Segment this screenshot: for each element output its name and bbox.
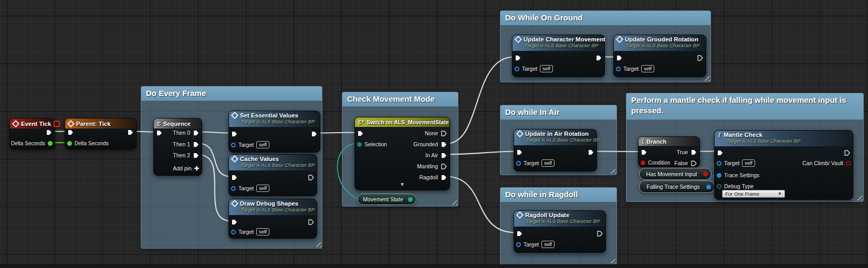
comment-header[interactable]: Do while in Ragdoll: [500, 188, 616, 202]
node-movement-state-variable[interactable]: Movement State: [357, 194, 416, 205]
struct-pin-icon[interactable]: [706, 185, 711, 189]
enum-pin-icon[interactable]: [408, 197, 413, 202]
pin-label: Debug Type: [724, 183, 754, 189]
exec-out-pin[interactable]: [311, 130, 318, 137]
node-header[interactable]: ƒMantle Check Target is ALS Base Charact…: [715, 131, 853, 146]
node-mantle-check[interactable]: ƒMantle Check Target is ALS Base Charact…: [714, 130, 853, 200]
exec-in-pin[interactable]: [231, 130, 238, 137]
comment-resize-handle[interactable]: [610, 258, 615, 263]
node-header[interactable]: Ragdoll Update Target is ALS Base Charac…: [514, 211, 605, 227]
can-climb-vault-out-pin[interactable]: Can Climb/ Vault: [802, 159, 851, 167]
exec-in-pin[interactable]: [231, 174, 238, 181]
delta-seconds-out-pin[interactable]: Delta Seconds: [11, 140, 53, 147]
target-in-pin[interactable]: Target self: [515, 65, 553, 72]
trace-settings-in-pin[interactable]: Trace Settings: [717, 171, 759, 179]
debug-type-dropdown[interactable]: For One Frame ▼: [722, 190, 785, 198]
case-grounded-out-pin[interactable]: Grounded: [413, 141, 447, 148]
target-in-pin[interactable]: Target self: [516, 241, 555, 248]
comment-header[interactable]: Do Every Frame: [141, 87, 322, 101]
exec-out-pin[interactable]: [595, 54, 602, 61]
node-event-tick[interactable]: Event Tick Delta Seconds: [9, 118, 55, 149]
exec-in-pin[interactable]: [515, 54, 521, 61]
node-header[interactable]: Ɛ Sequence: [154, 119, 202, 128]
case-mantling-out-pin[interactable]: Mantling: [417, 163, 447, 170]
exec-in-pin[interactable]: [616, 54, 623, 61]
exec-in-pin[interactable]: [156, 129, 163, 136]
exec-out-pin[interactable]: [588, 148, 594, 156]
bool-pin-icon: [846, 161, 851, 166]
exec-in-pin[interactable]: [641, 148, 647, 156]
target-in-pin[interactable]: Target self: [231, 228, 269, 235]
comment-resize-handle[interactable]: [610, 168, 615, 174]
node-has-movement-input-variable[interactable]: Has Movement Input: [639, 168, 712, 180]
target-in-pin[interactable]: Target self: [717, 159, 755, 167]
exec-in-pin[interactable]: [231, 218, 238, 226]
node-falling-trace-settings-variable[interactable]: Falling Trace Settings: [639, 180, 715, 193]
exec-out-pin[interactable]: [597, 230, 603, 237]
blueprint-graph-canvas[interactable]: Do Every Frame Check Movement Mode Do Wh…: [0, 0, 868, 268]
node-header[interactable]: Event Tick: [10, 119, 55, 128]
add-pin-button[interactable]: Add pin ✚: [173, 165, 199, 172]
collapse-arrow-icon[interactable]: ▼: [400, 181, 405, 187]
node-header[interactable]: ⟨ Branch: [639, 137, 699, 146]
then1-out-pin[interactable]: Then 1: [173, 141, 200, 148]
comment-header[interactable]: Do While On Ground: [500, 11, 710, 25]
exec-out-pin[interactable]: [308, 218, 315, 226]
delta-seconds-in-pin[interactable]: Delta Seconds: [67, 140, 109, 147]
target-in-pin[interactable]: Target self: [231, 185, 269, 192]
target-in-pin[interactable]: Target self: [516, 159, 555, 167]
node-header[interactable]: Ɛ* Switch on ALS_MovementState: [355, 117, 449, 127]
node-sequence[interactable]: Ɛ Sequence Then 0 Then 1 Then 2 Add pin …: [153, 118, 202, 176]
comment-header[interactable]: Perform a mantle check if falling while …: [626, 93, 863, 120]
debug-type-in-pin[interactable]: Debug Type: [717, 183, 754, 190]
node-update-character-movement[interactable]: Update Character Movement Target is ALS …: [512, 35, 605, 77]
pin-label: Selection: [364, 141, 387, 147]
comment-title: Do Every Frame: [146, 88, 206, 99]
node-draw-debug-shapes[interactable]: Draw Debug Shapes Target is ALS Base Cha…: [228, 199, 317, 239]
exec-pin-icon: [441, 174, 447, 181]
node-header[interactable]: Draw Debug Shapes Target is ALS Base Cha…: [229, 199, 317, 215]
comment-resize-handle[interactable]: [451, 199, 457, 205]
node-update-grounded-rotation[interactable]: Update Grouded Rotation Target is ALS Ba…: [613, 35, 706, 77]
comment-header[interactable]: Check Movement Mode: [342, 92, 458, 106]
exec-out-pin[interactable]: [844, 149, 851, 156]
bool-pin-icon[interactable]: [703, 171, 708, 176]
exec-out-pin[interactable]: [46, 128, 53, 136]
exec-out-pin[interactable]: [308, 174, 315, 181]
case-in-air-out-pin[interactable]: In Air: [425, 152, 447, 159]
node-update-in-air-rotation[interactable]: Update in Air Rotation Target is ALS Bas…: [514, 129, 597, 171]
node-parent-tick[interactable]: Parent: Tick Delta Seconds: [65, 118, 137, 149]
node-header[interactable]: Parent: Tick: [65, 119, 136, 128]
exec-in-pin[interactable]: [516, 148, 523, 156]
selection-in-pin[interactable]: Selection: [357, 141, 387, 148]
case-ragdoll-out-pin[interactable]: Ragdoll: [419, 174, 447, 181]
exec-out-pin[interactable]: [697, 54, 704, 61]
true-out-pin[interactable]: True: [677, 148, 697, 156]
exec-in-pin[interactable]: [717, 149, 724, 156]
case-none-out-pin[interactable]: None: [425, 130, 447, 137]
node-switch-movement-state[interactable]: Ɛ* Switch on ALS_MovementState Selection…: [354, 117, 450, 190]
comment-header[interactable]: Do while In Air: [500, 105, 616, 120]
node-header[interactable]: Cache Values Target is ALS Base Characte…: [229, 155, 317, 170]
then2-out-pin[interactable]: Then 2: [173, 152, 200, 159]
node-header[interactable]: Update in Air Rotation Target is ALS Bas…: [514, 130, 597, 145]
node-branch[interactable]: ⟨ Branch Condition True False: [638, 136, 700, 167]
comment-resize-handle[interactable]: [315, 241, 321, 247]
exec-in-pin[interactable]: [357, 130, 364, 137]
node-header[interactable]: Update Grouded Rotation Target is ALS Ba…: [614, 35, 706, 51]
pin-label: Target: [238, 229, 254, 235]
exec-out-pin[interactable]: [127, 128, 134, 136]
then0-out-pin[interactable]: Then 0: [173, 129, 200, 136]
target-in-pin[interactable]: Target self: [231, 141, 269, 148]
comment-resize-handle[interactable]: [856, 195, 862, 200]
node-ragdoll-update[interactable]: Ragdoll Update Target is ALS Base Charac…: [514, 210, 606, 253]
exec-in-pin[interactable]: [67, 128, 74, 136]
node-set-essential-values[interactable]: Set Essential Values Target is ALS Base …: [228, 111, 320, 153]
false-out-pin[interactable]: False: [674, 159, 697, 167]
condition-in-pin[interactable]: Condition: [641, 159, 670, 166]
node-header[interactable]: Update Character Movement Target is ALS …: [513, 35, 604, 51]
node-cache-values[interactable]: Cache Values Target is ALS Base Characte…: [228, 154, 317, 196]
node-header[interactable]: Set Essential Values Target is ALS Base …: [229, 111, 320, 127]
target-in-pin[interactable]: Target self: [616, 65, 654, 72]
exec-in-pin[interactable]: [516, 230, 523, 237]
